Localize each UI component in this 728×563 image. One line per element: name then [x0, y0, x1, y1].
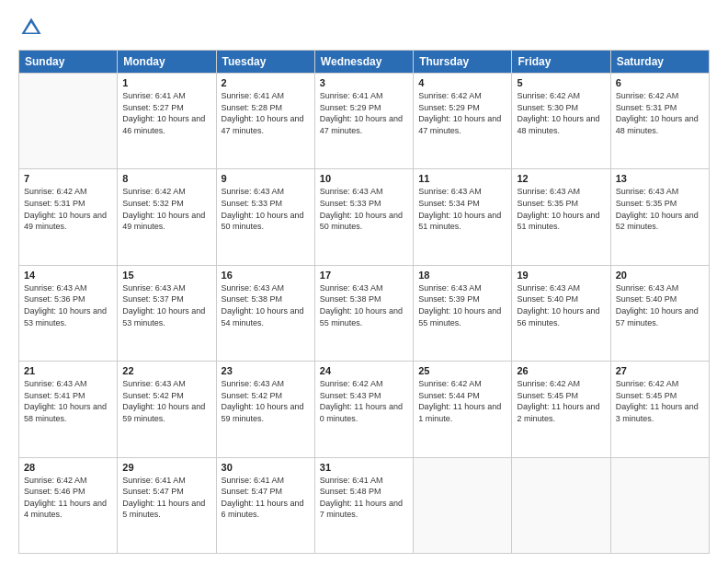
day-number: 18 [418, 270, 506, 281]
calendar-cell: 13Sunrise: 6:43 AM Sunset: 5:35 PM Dayli… [610, 169, 709, 265]
day-number: 27 [616, 365, 704, 376]
day-number: 2 [222, 77, 310, 88]
calendar-cell: 16Sunrise: 6:43 AM Sunset: 5:38 PM Dayli… [216, 265, 314, 361]
day-info: Sunrise: 6:43 AM Sunset: 5:36 PM Dayligh… [24, 282, 112, 328]
day-info: Sunrise: 6:42 AM Sunset: 5:46 PM Dayligh… [24, 475, 112, 521]
day-number: 12 [517, 173, 605, 184]
calendar-cell: 22Sunrise: 6:43 AM Sunset: 5:42 PM Dayli… [118, 362, 216, 457]
day-number: 29 [122, 462, 210, 473]
day-number: 13 [616, 173, 704, 184]
calendar-cell: 1Sunrise: 6:41 AM Sunset: 5:27 PM Daylig… [118, 74, 216, 169]
page: SundayMondayTuesdayWednesdayThursdayFrid… [0, 0, 728, 563]
day-number: 20 [616, 270, 704, 281]
col-header-thursday: Thursday [414, 51, 512, 74]
day-info: Sunrise: 6:41 AM Sunset: 5:29 PM Dayligh… [320, 90, 408, 136]
calendar-table: SundayMondayTuesdayWednesdayThursdayFrid… [18, 50, 710, 554]
day-info: Sunrise: 6:41 AM Sunset: 5:48 PM Dayligh… [320, 475, 408, 521]
col-header-monday: Monday [118, 51, 216, 74]
calendar-cell: 21Sunrise: 6:43 AM Sunset: 5:41 PM Dayli… [19, 362, 118, 457]
calendar-week-0: 1Sunrise: 6:41 AM Sunset: 5:27 PM Daylig… [19, 74, 710, 169]
day-number: 22 [122, 365, 210, 376]
calendar-cell: 28Sunrise: 6:42 AM Sunset: 5:46 PM Dayli… [19, 457, 118, 553]
col-header-wednesday: Wednesday [314, 51, 413, 74]
day-info: Sunrise: 6:43 AM Sunset: 5:40 PM Dayligh… [517, 282, 605, 328]
day-number: 7 [24, 173, 112, 184]
day-number: 16 [222, 270, 310, 281]
calendar-cell: 8Sunrise: 6:42 AM Sunset: 5:32 PM Daylig… [118, 169, 216, 265]
calendar-cell [414, 457, 512, 553]
calendar-cell: 9Sunrise: 6:43 AM Sunset: 5:33 PM Daylig… [216, 169, 314, 265]
logo-icon [18, 15, 44, 40]
day-info: Sunrise: 6:43 AM Sunset: 5:38 PM Dayligh… [222, 282, 310, 328]
day-number: 15 [122, 270, 210, 281]
day-info: Sunrise: 6:43 AM Sunset: 5:37 PM Dayligh… [122, 282, 210, 328]
calendar-cell: 25Sunrise: 6:42 AM Sunset: 5:44 PM Dayli… [414, 362, 512, 457]
day-info: Sunrise: 6:43 AM Sunset: 5:41 PM Dayligh… [24, 378, 112, 424]
day-info: Sunrise: 6:42 AM Sunset: 5:29 PM Dayligh… [418, 90, 506, 136]
calendar-cell: 20Sunrise: 6:43 AM Sunset: 5:40 PM Dayli… [610, 265, 709, 361]
day-info: Sunrise: 6:42 AM Sunset: 5:44 PM Dayligh… [418, 378, 506, 424]
day-number: 23 [222, 365, 310, 376]
day-info: Sunrise: 6:42 AM Sunset: 5:45 PM Dayligh… [616, 378, 704, 424]
day-info: Sunrise: 6:42 AM Sunset: 5:32 PM Dayligh… [122, 186, 210, 232]
day-number: 14 [24, 270, 112, 281]
calendar-cell: 7Sunrise: 6:42 AM Sunset: 5:31 PM Daylig… [19, 169, 118, 265]
calendar-cell: 18Sunrise: 6:43 AM Sunset: 5:39 PM Dayli… [414, 265, 512, 361]
day-number: 3 [320, 77, 408, 88]
day-number: 4 [418, 77, 506, 88]
calendar-header-row: SundayMondayTuesdayWednesdayThursdayFrid… [19, 51, 710, 74]
day-number: 24 [320, 365, 408, 376]
day-info: Sunrise: 6:43 AM Sunset: 5:33 PM Dayligh… [222, 186, 310, 232]
calendar-cell: 19Sunrise: 6:43 AM Sunset: 5:40 PM Dayli… [512, 265, 610, 361]
day-number: 28 [24, 462, 112, 473]
day-number: 31 [320, 462, 408, 473]
calendar-cell: 3Sunrise: 6:41 AM Sunset: 5:29 PM Daylig… [314, 74, 413, 169]
day-number: 6 [616, 77, 704, 88]
calendar-week-1: 7Sunrise: 6:42 AM Sunset: 5:31 PM Daylig… [19, 169, 710, 265]
day-number: 1 [122, 77, 210, 88]
logo [18, 15, 48, 40]
day-number: 8 [122, 173, 210, 184]
day-number: 21 [24, 365, 112, 376]
day-info: Sunrise: 6:43 AM Sunset: 5:42 PM Dayligh… [222, 378, 310, 424]
day-number: 11 [418, 173, 506, 184]
col-header-tuesday: Tuesday [216, 51, 314, 74]
calendar-cell: 6Sunrise: 6:42 AM Sunset: 5:31 PM Daylig… [610, 74, 709, 169]
day-info: Sunrise: 6:41 AM Sunset: 5:27 PM Dayligh… [122, 90, 210, 136]
calendar-cell: 14Sunrise: 6:43 AM Sunset: 5:36 PM Dayli… [19, 265, 118, 361]
day-info: Sunrise: 6:42 AM Sunset: 5:45 PM Dayligh… [517, 378, 605, 424]
calendar-cell: 29Sunrise: 6:41 AM Sunset: 5:47 PM Dayli… [118, 457, 216, 553]
calendar-cell [610, 457, 709, 553]
day-info: Sunrise: 6:43 AM Sunset: 5:40 PM Dayligh… [616, 282, 704, 328]
day-info: Sunrise: 6:43 AM Sunset: 5:35 PM Dayligh… [517, 186, 605, 232]
day-info: Sunrise: 6:43 AM Sunset: 5:39 PM Dayligh… [418, 282, 506, 328]
calendar-week-3: 21Sunrise: 6:43 AM Sunset: 5:41 PM Dayli… [19, 362, 710, 457]
day-number: 19 [517, 270, 605, 281]
calendar-week-2: 14Sunrise: 6:43 AM Sunset: 5:36 PM Dayli… [19, 265, 710, 361]
day-number: 9 [222, 173, 310, 184]
day-info: Sunrise: 6:42 AM Sunset: 5:30 PM Dayligh… [517, 90, 605, 136]
calendar-cell: 15Sunrise: 6:43 AM Sunset: 5:37 PM Dayli… [118, 265, 216, 361]
calendar-cell: 11Sunrise: 6:43 AM Sunset: 5:34 PM Dayli… [414, 169, 512, 265]
day-info: Sunrise: 6:43 AM Sunset: 5:34 PM Dayligh… [418, 186, 506, 232]
day-number: 5 [517, 77, 605, 88]
calendar-cell [19, 74, 118, 169]
calendar-cell: 27Sunrise: 6:42 AM Sunset: 5:45 PM Dayli… [610, 362, 709, 457]
calendar-week-4: 28Sunrise: 6:42 AM Sunset: 5:46 PM Dayli… [19, 457, 710, 553]
day-info: Sunrise: 6:43 AM Sunset: 5:33 PM Dayligh… [320, 186, 408, 232]
day-number: 10 [320, 173, 408, 184]
day-number: 26 [517, 365, 605, 376]
header [18, 15, 710, 40]
calendar-cell: 10Sunrise: 6:43 AM Sunset: 5:33 PM Dayli… [314, 169, 413, 265]
day-info: Sunrise: 6:43 AM Sunset: 5:38 PM Dayligh… [320, 282, 408, 328]
day-info: Sunrise: 6:42 AM Sunset: 5:43 PM Dayligh… [320, 378, 408, 424]
calendar-cell: 24Sunrise: 6:42 AM Sunset: 5:43 PM Dayli… [314, 362, 413, 457]
day-number: 25 [418, 365, 506, 376]
calendar-cell: 23Sunrise: 6:43 AM Sunset: 5:42 PM Dayli… [216, 362, 314, 457]
day-info: Sunrise: 6:41 AM Sunset: 5:47 PM Dayligh… [122, 475, 210, 521]
day-info: Sunrise: 6:42 AM Sunset: 5:31 PM Dayligh… [616, 90, 704, 136]
calendar-cell: 12Sunrise: 6:43 AM Sunset: 5:35 PM Dayli… [512, 169, 610, 265]
day-info: Sunrise: 6:41 AM Sunset: 5:28 PM Dayligh… [222, 90, 310, 136]
calendar-cell [512, 457, 610, 553]
day-info: Sunrise: 6:43 AM Sunset: 5:42 PM Dayligh… [122, 378, 210, 424]
